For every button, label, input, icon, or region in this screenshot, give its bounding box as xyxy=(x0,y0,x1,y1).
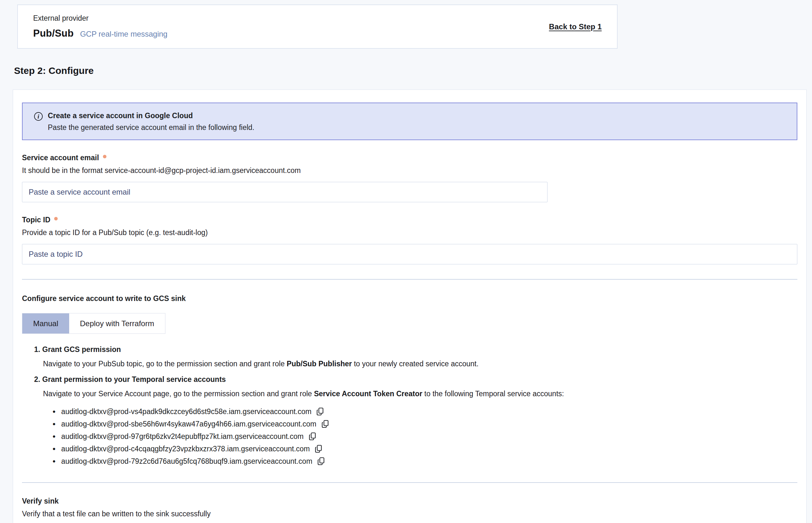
service-account-list-item: auditlog-dktxv@prod-79z2c6d76au6g5fcq768… xyxy=(53,455,797,468)
step-body-text: Navigate to your PubSub topic, go to the… xyxy=(43,360,287,368)
provider-info: External provider Pub/Sub GCP real-time … xyxy=(33,14,167,39)
temporal-service-accounts-list: auditlog-dktxv@prod-vs4padk9dkczcey6d6st… xyxy=(53,405,797,468)
service-account-email-text: auditlog-dktxv@prod-97gr6tp6zkv2t4epubff… xyxy=(61,432,304,441)
service-account-list-item: auditlog-dktxv@prod-c4cqaqgbfzy23vpzkbxz… xyxy=(53,443,797,455)
service-account-email-text: auditlog-dktxv@prod-c4cqaqgbfzy23vpzkbxz… xyxy=(61,445,310,453)
copy-icon[interactable] xyxy=(321,419,330,429)
deploy-mode-tabs: Manual Deploy with Terraform xyxy=(22,313,165,334)
configure-card: i Create a service account in Google Clo… xyxy=(13,90,807,523)
copy-icon[interactable] xyxy=(314,444,323,454)
service-account-email-field-block: Service account email It should be in th… xyxy=(22,154,797,202)
verify-sink-description: Verify that a test file can be written t… xyxy=(22,510,797,518)
page-title: Step 2: Configure xyxy=(14,65,812,76)
copy-icon[interactable] xyxy=(316,407,325,417)
copy-icon[interactable] xyxy=(308,432,317,441)
info-banner-title: Create a service account in Google Cloud xyxy=(48,111,254,120)
verify-sink-heading: Verify sink xyxy=(22,497,797,505)
step-body: Navigate to your Service Account page, g… xyxy=(43,388,797,399)
manual-steps-list: Grant GCS permission Navigate to your Pu… xyxy=(22,345,797,468)
step-body-text: Navigate to your Service Account page, g… xyxy=(43,390,314,398)
step-body-role-name: Service Account Token Creator xyxy=(314,390,422,398)
required-dot-icon xyxy=(103,155,106,158)
service-account-list-item: auditlog-dktxv@prod-sbe56h6wr4sykaw47a6y… xyxy=(53,418,797,430)
service-account-email-text: auditlog-dktxv@prod-79z2c6d76au6g5fcq768… xyxy=(61,457,312,466)
service-account-email-text: auditlog-dktxv@prod-vs4padk9dkczcey6d6st… xyxy=(61,408,311,416)
copy-icon[interactable] xyxy=(317,456,326,466)
info-icon: i xyxy=(34,112,43,121)
service-account-email-description: It should be in the format service-accou… xyxy=(22,166,797,175)
service-account-list-item: auditlog-dktxv@prod-97gr6tp6zkv2t4epubff… xyxy=(53,430,797,443)
topic-id-field-block: Topic ID Provide a topic ID for a Pub/Su… xyxy=(22,216,797,264)
step-title: Grant permission to your Temporal servic… xyxy=(34,375,226,383)
info-banner-description: Paste the generated service account emai… xyxy=(48,123,254,132)
provider-name: Pub/Sub xyxy=(33,28,74,39)
section-divider xyxy=(22,482,797,483)
step-title: Grant GCS permission xyxy=(34,345,121,354)
section-divider xyxy=(22,279,797,279)
service-account-email-text: auditlog-dktxv@prod-sbe56h6wr4sykaw47a6y… xyxy=(61,420,316,428)
step-body-text: to the following Temporal service accoun… xyxy=(422,390,564,398)
provider-tagline: GCP real-time messaging xyxy=(80,30,167,38)
topic-id-input[interactable] xyxy=(22,244,797,264)
service-account-email-label: Service account email xyxy=(22,154,99,162)
back-to-step-1-link[interactable]: Back to Step 1 xyxy=(549,22,602,31)
info-banner: i Create a service account in Google Clo… xyxy=(22,103,797,140)
service-account-list-item: auditlog-dktxv@prod-vs4padk9dkczcey6d6st… xyxy=(53,405,797,418)
service-account-email-input[interactable] xyxy=(22,182,547,202)
step-body: Navigate to your PubSub topic, go to the… xyxy=(43,358,797,369)
topic-id-label: Topic ID xyxy=(22,216,50,224)
provider-eyebrow: External provider xyxy=(33,14,167,23)
step-body-text: to your newly created service account. xyxy=(352,360,479,368)
configure-section-heading: Configure service account to write to GC… xyxy=(22,294,797,303)
step-body-role-name: Pub/Sub Publisher xyxy=(287,360,352,368)
provider-summary-card: External provider Pub/Sub GCP real-time … xyxy=(17,4,618,49)
topic-id-description: Provide a topic ID for a Pub/Sub topic (… xyxy=(22,228,797,237)
tab-manual[interactable]: Manual xyxy=(22,313,69,333)
required-dot-icon xyxy=(54,217,58,220)
step-grant-gcs-permission: Grant GCS permission Navigate to your Pu… xyxy=(34,345,797,369)
tab-deploy-with-terraform[interactable]: Deploy with Terraform xyxy=(69,313,165,333)
step-grant-temporal-permission: Grant permission to your Temporal servic… xyxy=(34,375,797,468)
